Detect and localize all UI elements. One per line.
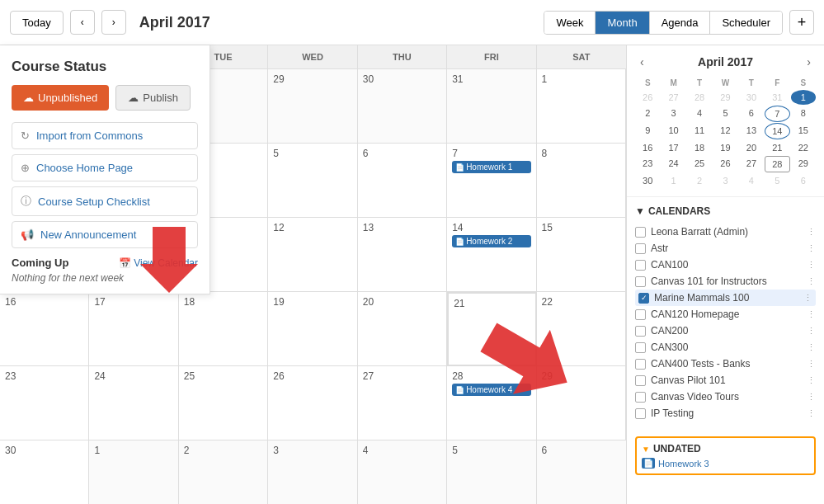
cal-cell-apr22[interactable]: 22 xyxy=(537,292,626,366)
cal-cell-apr30[interactable]: 30 xyxy=(0,440,89,504)
cal-checkbox-can120[interactable] xyxy=(635,309,646,320)
cal-cell-apr19[interactable]: 19 xyxy=(268,292,357,366)
cal-more-ip[interactable]: ⋮ xyxy=(807,408,816,419)
undated-header[interactable]: ▼ UNDATED xyxy=(642,443,809,455)
cal-checkbox-ip[interactable] xyxy=(635,408,646,419)
cal-item-can400[interactable]: CAN400 Tests - Banks ⋮ xyxy=(635,356,816,372)
mini-day[interactable]: 15 xyxy=(791,123,816,139)
cal-more-video[interactable]: ⋮ xyxy=(807,392,816,403)
cal-more-marine[interactable]: ⋮ xyxy=(803,293,812,304)
cal-cell-apr20[interactable]: 20 xyxy=(358,292,447,366)
event-homework1[interactable]: 📄Homework 1 xyxy=(452,161,530,173)
cal-item-can120[interactable]: CAN120 Homepage ⋮ xyxy=(635,306,816,323)
prev-button[interactable]: ‹ xyxy=(70,10,95,35)
cal-cell-mar29[interactable]: 29 xyxy=(268,69,357,144)
mini-day[interactable]: 5 xyxy=(765,173,789,188)
mini-day[interactable]: 19 xyxy=(713,140,737,155)
cal-item-video[interactable]: Canvas Video Tours ⋮ xyxy=(635,389,816,405)
mini-day[interactable]: 10 xyxy=(661,123,685,139)
cal-cell-may4[interactable]: 4 xyxy=(358,440,447,504)
cal-cell-mar31[interactable]: 31 xyxy=(447,69,536,144)
mini-day[interactable]: 18 xyxy=(687,140,712,155)
mini-day[interactable]: 3 xyxy=(661,106,685,122)
next-button[interactable]: › xyxy=(101,10,126,35)
tab-agenda[interactable]: Agenda xyxy=(650,12,711,34)
event-homework4[interactable]: 📄Homework 4 xyxy=(452,384,530,396)
cal-cell-apr1[interactable]: 1 xyxy=(537,69,626,144)
mini-day[interactable]: 4 xyxy=(739,173,764,188)
cal-cell-apr21[interactable]: 21 xyxy=(447,292,536,366)
cal-cell-apr28[interactable]: 28 📄Homework 4 xyxy=(447,366,536,440)
event-homework2[interactable]: 📄Homework 2 xyxy=(452,235,530,247)
mini-day[interactable]: 22 xyxy=(791,140,816,155)
cal-cell-apr29[interactable]: 29 xyxy=(537,366,626,440)
menu-item-announcement[interactable]: 📢 New Announcement xyxy=(12,221,198,248)
mini-day[interactable]: 17 xyxy=(661,140,685,155)
mini-prev-button[interactable]: ‹ xyxy=(635,54,649,70)
cal-cell-may3[interactable]: 3 xyxy=(268,440,357,504)
publish-button[interactable]: ☁ Publish xyxy=(115,85,191,111)
mini-day[interactable]: 30 xyxy=(635,173,660,188)
mini-day[interactable]: 6 xyxy=(739,106,764,122)
cal-item-marine[interactable]: ✓ Marine Mammals 100 ⋮ xyxy=(635,290,816,306)
cal-checkbox-marine[interactable]: ✓ xyxy=(638,293,649,304)
calendars-header[interactable]: ▼ CALENDARS xyxy=(635,205,816,217)
cal-checkbox-can400[interactable] xyxy=(635,359,646,370)
cal-item-leona[interactable]: Leona Barratt (Admin) ⋮ xyxy=(635,224,816,240)
cal-cell-apr25[interactable]: 25 xyxy=(179,366,268,440)
mini-day[interactable]: 24 xyxy=(661,156,685,172)
cal-item-canvas101[interactable]: Canvas 101 for Instructors ⋮ xyxy=(635,273,816,290)
menu-item-import[interactable]: ↻ Import from Commons xyxy=(12,122,198,149)
mini-day[interactable]: 4 xyxy=(687,106,712,122)
tab-week[interactable]: Week xyxy=(544,12,596,34)
mini-day[interactable]: 11 xyxy=(687,123,712,139)
menu-item-homepage[interactable]: ⊕ Choose Home Page xyxy=(12,154,198,181)
cal-cell-may6[interactable]: 6 xyxy=(537,440,626,504)
mini-day[interactable]: 12 xyxy=(713,123,737,139)
undated-event-hw3[interactable]: 📄 Homework 3 xyxy=(642,458,809,469)
tab-scheduler[interactable]: Scheduler xyxy=(710,12,782,34)
mini-day[interactable]: 23 xyxy=(635,156,660,172)
mini-next-button[interactable]: › xyxy=(802,54,816,70)
cal-cell-may5[interactable]: 5 xyxy=(447,440,536,504)
cal-cell-apr6[interactable]: 6 xyxy=(358,144,447,218)
mini-day[interactable]: 6 xyxy=(791,173,816,188)
mini-day[interactable]: 3 xyxy=(713,173,737,188)
add-calendar-button[interactable]: + xyxy=(789,10,814,35)
mini-day[interactable]: 1 xyxy=(661,173,685,188)
mini-day[interactable]: 9 xyxy=(635,123,660,139)
mini-day[interactable]: 16 xyxy=(635,140,660,155)
menu-item-checklist[interactable]: ⓘ Course Setup Checklist xyxy=(12,186,198,216)
cal-more-can120[interactable]: ⋮ xyxy=(807,309,816,320)
mini-day[interactable]: 20 xyxy=(739,140,764,155)
mini-day[interactable]: 2 xyxy=(687,173,712,188)
cal-more-pilot101[interactable]: ⋮ xyxy=(807,375,816,386)
mini-day[interactable]: 30 xyxy=(739,90,764,105)
cal-checkbox-video[interactable] xyxy=(635,392,646,403)
cal-more-can200[interactable]: ⋮ xyxy=(807,326,816,337)
cal-cell-apr8[interactable]: 8 xyxy=(537,144,626,218)
cal-checkbox-leona[interactable] xyxy=(635,227,646,238)
mini-day[interactable]: 13 xyxy=(739,123,764,139)
cal-more-astr[interactable]: ⋮ xyxy=(807,243,816,254)
cal-cell-apr12[interactable]: 12 xyxy=(268,218,357,292)
mini-day[interactable]: 5 xyxy=(713,106,737,122)
mini-day[interactable]: 21 xyxy=(765,140,789,155)
mini-day-today[interactable]: 1 xyxy=(791,90,816,105)
cal-more-leona[interactable]: ⋮ xyxy=(807,227,816,238)
cal-item-ip[interactable]: IP Testing ⋮ xyxy=(635,405,816,422)
mini-day[interactable]: 26 xyxy=(635,90,660,105)
cal-item-astr[interactable]: Astr ⋮ xyxy=(635,240,816,257)
mini-day[interactable]: 2 xyxy=(635,106,660,122)
mini-day-7[interactable]: 7 xyxy=(765,106,789,122)
today-button[interactable]: Today xyxy=(10,11,64,35)
mini-day[interactable]: 31 xyxy=(765,90,789,105)
cal-cell-apr18[interactable]: 18 xyxy=(179,292,268,366)
cal-cell-apr5[interactable]: 5 xyxy=(268,144,357,218)
cal-cell-mar30[interactable]: 30 xyxy=(358,69,447,144)
cal-more-canvas101[interactable]: ⋮ xyxy=(807,276,816,287)
cal-item-can300[interactable]: CAN300 ⋮ xyxy=(635,339,816,356)
cal-checkbox-can300[interactable] xyxy=(635,342,646,353)
tab-month[interactable]: Month xyxy=(596,12,649,34)
cal-checkbox-can100[interactable] xyxy=(635,260,646,271)
